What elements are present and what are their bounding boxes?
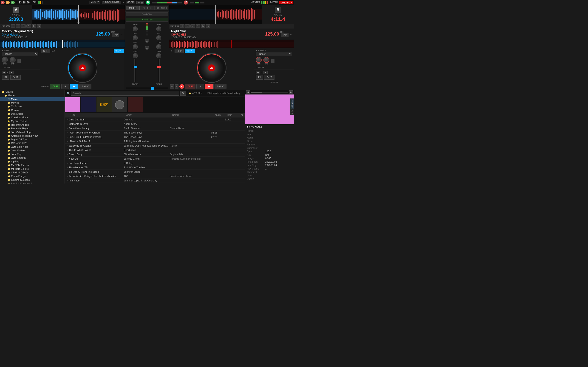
table-row[interactable]: ♪Welcome To AtlantaJermaine Dupri feat. … bbox=[65, 144, 245, 148]
table-row[interactable]: ♪All I HaveJennifer Lopez ft. LL Cool Ja… bbox=[65, 178, 245, 183]
deck-b-hotcue-2[interactable]: 2 bbox=[185, 24, 190, 28]
deck-b-pause[interactable]: ⏸ bbox=[196, 84, 204, 89]
sidebar-item-24[interactable]: 📁Singing Success bbox=[0, 178, 65, 182]
deck-b-out[interactable]: OUT bbox=[264, 75, 275, 80]
headphone-r[interactable]: 🎧 bbox=[145, 46, 149, 50]
table-row[interactable]: ♪Sometimes LonelyPablo DecoderBlende Rem… bbox=[65, 126, 245, 131]
minimize-button[interactable]: − bbox=[6, 1, 10, 4]
deck-a-vinyl[interactable]: VINYL bbox=[114, 49, 124, 53]
deck-a-hotcue-1[interactable]: 1 bbox=[11, 24, 15, 28]
deck-b-slip[interactable]: SLIP bbox=[174, 49, 184, 53]
sidebar-item-7[interactable]: 📁Classical Music bbox=[0, 116, 65, 119]
album-thumb-1[interactable] bbox=[65, 97, 80, 112]
close-button[interactable]: ✕ bbox=[1, 1, 5, 4]
deck-a-hotcue-5[interactable]: 5 bbox=[32, 24, 36, 28]
mode-button[interactable]: ⊞ ▦ bbox=[137, 1, 144, 4]
table-row[interactable]: ♪From Me to YouThe Beatles01:56 bbox=[65, 183, 245, 184]
sidebar-item-3[interactable]: 📁Movies bbox=[0, 101, 65, 105]
sidebar-item-17[interactable]: 📁Jazz Pop bbox=[0, 152, 65, 156]
deck-b-minus[interactable]: − bbox=[170, 84, 174, 89]
deck-a-settings[interactable]: ⌄ bbox=[120, 32, 123, 36]
sidebar-item-0[interactable]: 📁Crates bbox=[0, 90, 65, 94]
sidebar-item-11[interactable]: 📁Top 25 Most Played bbox=[0, 130, 65, 134]
deck-b-loop-back[interactable]: ◀ bbox=[256, 71, 260, 74]
master-button[interactable]: ✦ MASTER bbox=[126, 18, 168, 22]
table-row[interactable]: ♪Fun, Fun, Fun [Mono Version]The Beach B… bbox=[65, 135, 245, 139]
sidebar-item-5[interactable]: 📁Genius bbox=[0, 108, 65, 112]
search-clear[interactable]: ✕ bbox=[180, 91, 186, 96]
deck-b-sync[interactable]: SYNC bbox=[215, 84, 227, 89]
sidebar-item-6[interactable]: 📁90's Music bbox=[0, 112, 65, 116]
deck-b-loop-fwd[interactable]: ▶ bbox=[263, 71, 268, 74]
deck-a-sync[interactable]: SYNC bbox=[79, 84, 92, 89]
deck-b-settings[interactable]: ⌄ bbox=[289, 32, 292, 36]
sidebar-item-18[interactable]: 📁Jazz Smooth bbox=[0, 156, 65, 160]
sidebar-item-23[interactable]: 📁Punta Fuego bbox=[0, 174, 65, 178]
deck-a-str-knob[interactable] bbox=[2, 57, 8, 63]
deck-b-vinyl[interactable]: VINYL bbox=[185, 49, 195, 53]
album-thumb-5[interactable] bbox=[128, 97, 143, 112]
dropdown-arrow[interactable]: ▾ bbox=[123, 1, 124, 4]
headphone-l[interactable]: 🎧 bbox=[145, 39, 149, 43]
sidebar-item-15[interactable]: 📁Jazz Blue Note bbox=[0, 145, 65, 149]
album-thumb-3[interactable]: DUBSTEPBRA RN bbox=[96, 97, 112, 112]
deck-b-hotcue-3[interactable]: 3 bbox=[190, 24, 195, 28]
deck-a-pause[interactable]: ⏸ bbox=[61, 84, 69, 89]
search-input[interactable] bbox=[71, 91, 179, 96]
sidebar-item-20[interactable]: 📁Mr EDM Electro bbox=[0, 163, 65, 167]
deck-b-effect-select[interactable]: Flanger bbox=[256, 52, 292, 56]
sidebar-item-14[interactable]: 📁GRINGO LIVE bbox=[0, 141, 65, 145]
deck-a-hotcue-4[interactable]: 4 bbox=[26, 24, 31, 28]
deck-b-spd-knob[interactable] bbox=[263, 57, 269, 63]
deck-a-slip[interactable]: SLIP bbox=[41, 49, 50, 53]
deck-a-out[interactable]: OUT bbox=[10, 75, 21, 80]
table-row[interactable]: ♪Girls Get StuffDes Ark117.0 bbox=[65, 117, 245, 122]
crossfader-track[interactable] bbox=[126, 87, 168, 89]
mixer-tab-video[interactable]: VIDEO bbox=[140, 6, 154, 10]
table-row[interactable]: ♪New LifeJeremy GlennPerseus 'Summer of … bbox=[65, 157, 245, 161]
mixer-fader-l[interactable] bbox=[134, 59, 136, 82]
deck-a-loop-back[interactable]: ◀ bbox=[2, 71, 6, 74]
deck-b-effect-plus[interactable]: + bbox=[271, 59, 275, 63]
deck-a-cue[interactable]: CUE bbox=[50, 84, 61, 89]
sidebar-item-4[interactable]: 📁TV Shows bbox=[0, 105, 65, 108]
mixer-tab-scratch[interactable]: SCRATCH bbox=[154, 6, 168, 10]
sidebar-item-2[interactable]: 🎵Music bbox=[0, 97, 65, 101]
deck-a-tap[interactable]: TAP bbox=[112, 33, 120, 37]
sideview-tab[interactable]: sideview bbox=[290, 99, 294, 109]
album-thumb-2[interactable] bbox=[81, 97, 96, 112]
sidebar-item-25[interactable]: 📁Singing Success 3 bbox=[0, 182, 65, 184]
table-row[interactable]: ♪Thunder Kiss '65Rob White Zombie bbox=[65, 165, 245, 170]
mixer-gain-knob-l[interactable] bbox=[133, 53, 138, 58]
mixer-mid-knob-l[interactable] bbox=[133, 35, 138, 40]
sidebar-item-10[interactable]: 📁Recently Played bbox=[0, 127, 65, 130]
sidebar-item-13[interactable]: 📁Digital DJ Tips bbox=[0, 138, 65, 141]
table-row[interactable]: ♪I Need a Girl Part 2P Diddy feat Ginuwi… bbox=[65, 139, 245, 144]
deck-b-cue[interactable]: CUE bbox=[185, 84, 195, 89]
table-row[interactable]: ♪the white tie affair-you look better wh… bbox=[65, 174, 245, 178]
deck-b-play[interactable]: ▶ bbox=[205, 84, 214, 89]
mixer-mid-knob-r[interactable] bbox=[156, 35, 161, 40]
sidebar-item-1[interactable]: 📁iTunes bbox=[0, 94, 65, 97]
sidebar-item-21[interactable]: 📁Mr Indie Electro bbox=[0, 167, 65, 171]
deck-b-plus[interactable]: + bbox=[175, 84, 179, 89]
deck-a-spd-knob[interactable] bbox=[10, 57, 16, 63]
deck-b-hotcue-1[interactable]: 1 bbox=[180, 24, 185, 28]
info-scroll-left[interactable]: ◀ bbox=[246, 90, 250, 94]
deck-b-hotcue-6[interactable]: 6 bbox=[206, 24, 211, 28]
info-tab[interactable]: info bbox=[290, 109, 294, 115]
sandbox-button[interactable]: SANDBOX bbox=[126, 12, 168, 16]
sidebar-item-8[interactable]: ⭐My Top Rated bbox=[0, 119, 65, 123]
deck-b-in[interactable]: IN bbox=[256, 75, 263, 80]
mixer-high-knob-l[interactable] bbox=[133, 26, 138, 31]
table-row[interactable]: ♪Check Baby35. WhiteNoizeOriginal Mix bbox=[65, 152, 245, 157]
deck-b-tap[interactable]: TAP bbox=[281, 33, 288, 37]
sidebar-item-22[interactable]: 📁OPM IS DEAD bbox=[0, 171, 65, 174]
table-row[interactable]: ♪Moments in LoveAdam Story bbox=[65, 122, 245, 126]
table-row[interactable]: ♪Bad Boyz for LifeP Diddy bbox=[65, 161, 245, 165]
album-thumb-4[interactable] bbox=[112, 97, 127, 112]
deck-b-hotcue-5[interactable]: 5 bbox=[201, 24, 205, 28]
deck-a-play[interactable]: ▶ bbox=[70, 84, 78, 89]
sidebar-item-19[interactable]: 📁mp3tag bbox=[0, 160, 65, 163]
layout-button[interactable]: 2 DECK MIXER bbox=[102, 1, 121, 4]
